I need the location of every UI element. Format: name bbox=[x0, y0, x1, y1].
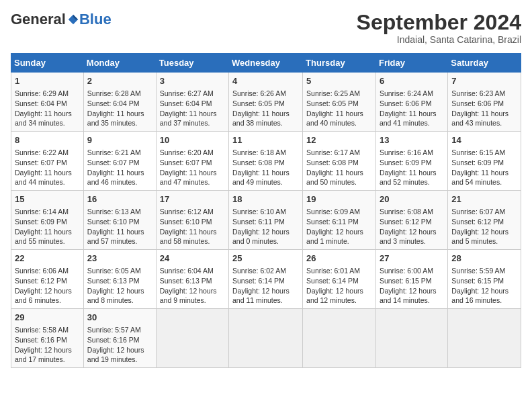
header-day-friday: Friday bbox=[375, 54, 447, 73]
day-number: 6 bbox=[380, 75, 444, 87]
day-number: 25 bbox=[232, 253, 299, 265]
day-number: 8 bbox=[15, 134, 80, 146]
day-number: 10 bbox=[160, 134, 225, 146]
calendar-cell: 10Sunrise: 6:20 AMSunset: 6:07 PMDayligh… bbox=[156, 132, 228, 191]
day-number: 5 bbox=[306, 75, 372, 87]
calendar-cell: 11Sunrise: 6:18 AMSunset: 6:08 PMDayligh… bbox=[229, 132, 303, 191]
calendar-week-row: 1Sunrise: 6:29 AMSunset: 6:04 PMDaylight… bbox=[11, 73, 521, 132]
calendar-cell: 13Sunrise: 6:16 AMSunset: 6:09 PMDayligh… bbox=[375, 132, 447, 191]
calendar-cell bbox=[375, 308, 447, 367]
calendar-cell: 6Sunrise: 6:24 AMSunset: 6:06 PMDaylight… bbox=[375, 73, 447, 132]
day-info: Sunrise: 6:05 AMSunset: 6:13 PMDaylight:… bbox=[87, 266, 152, 306]
day-number: 3 bbox=[160, 75, 225, 87]
day-info: Sunrise: 5:59 AMSunset: 6:15 PMDaylight:… bbox=[451, 266, 517, 306]
calendar-header-row: SundayMondayTuesdayWednesdayThursdayFrid… bbox=[11, 54, 521, 73]
day-info: Sunrise: 6:10 AMSunset: 6:11 PMDaylight:… bbox=[232, 207, 299, 246]
day-number: 11 bbox=[232, 134, 299, 146]
calendar-cell: 25Sunrise: 6:02 AMSunset: 6:14 PMDayligh… bbox=[229, 250, 303, 309]
calendar-cell: 2Sunrise: 6:28 AMSunset: 6:04 PMDaylight… bbox=[83, 73, 156, 132]
day-number: 28 bbox=[451, 253, 517, 265]
calendar-cell: 14Sunrise: 6:15 AMSunset: 6:09 PMDayligh… bbox=[448, 132, 521, 191]
day-info: Sunrise: 6:29 AMSunset: 6:04 PMDaylight:… bbox=[15, 89, 80, 128]
calendar-cell: 12Sunrise: 6:17 AMSunset: 6:08 PMDayligh… bbox=[303, 132, 376, 191]
calendar-cell: 22Sunrise: 6:06 AMSunset: 6:12 PMDayligh… bbox=[11, 250, 84, 309]
calendar-table: SundayMondayTuesdayWednesdayThursdayFrid… bbox=[11, 53, 521, 368]
day-number: 12 bbox=[306, 134, 372, 146]
day-info: Sunrise: 6:25 AMSunset: 6:05 PMDaylight:… bbox=[306, 89, 372, 128]
day-number: 26 bbox=[306, 253, 372, 265]
day-info: Sunrise: 6:12 AMSunset: 6:10 PMDaylight:… bbox=[160, 207, 225, 246]
day-number: 15 bbox=[15, 193, 80, 205]
day-info: Sunrise: 6:27 AMSunset: 6:04 PMDaylight:… bbox=[160, 89, 225, 128]
month-title: September 2024 bbox=[357, 11, 521, 34]
calendar-cell: 19Sunrise: 6:09 AMSunset: 6:11 PMDayligh… bbox=[303, 191, 376, 250]
day-info: Sunrise: 6:07 AMSunset: 6:12 PMDaylight:… bbox=[451, 207, 517, 246]
calendar-cell bbox=[448, 308, 521, 367]
day-info: Sunrise: 6:15 AMSunset: 6:09 PMDaylight:… bbox=[451, 148, 517, 187]
header-day-wednesday: Wednesday bbox=[229, 54, 303, 73]
logo-icon bbox=[67, 13, 79, 26]
logo-general-text: General bbox=[11, 11, 66, 28]
calendar-week-row: 15Sunrise: 6:14 AMSunset: 6:09 PMDayligh… bbox=[11, 191, 521, 250]
day-number: 30 bbox=[87, 312, 152, 324]
calendar-cell: 17Sunrise: 6:12 AMSunset: 6:10 PMDayligh… bbox=[156, 191, 228, 250]
calendar-cell: 29Sunrise: 5:58 AMSunset: 6:16 PMDayligh… bbox=[11, 308, 84, 367]
title-area: September 2024 Indaial, Santa Catarina, … bbox=[357, 11, 521, 45]
day-info: Sunrise: 6:02 AMSunset: 6:14 PMDaylight:… bbox=[232, 266, 299, 306]
day-info: Sunrise: 6:22 AMSunset: 6:07 PMDaylight:… bbox=[15, 148, 80, 187]
calendar-cell: 16Sunrise: 6:13 AMSunset: 6:10 PMDayligh… bbox=[83, 191, 156, 250]
calendar-cell: 15Sunrise: 6:14 AMSunset: 6:09 PMDayligh… bbox=[11, 191, 84, 250]
day-number: 4 bbox=[232, 75, 299, 87]
day-info: Sunrise: 5:58 AMSunset: 6:16 PMDaylight:… bbox=[15, 325, 80, 365]
day-info: Sunrise: 6:20 AMSunset: 6:07 PMDaylight:… bbox=[160, 148, 225, 187]
location-subtitle: Indaial, Santa Catarina, Brazil bbox=[357, 34, 521, 45]
calendar-cell: 23Sunrise: 6:05 AMSunset: 6:13 PMDayligh… bbox=[83, 250, 156, 309]
calendar-week-row: 22Sunrise: 6:06 AMSunset: 6:12 PMDayligh… bbox=[11, 250, 521, 309]
day-info: Sunrise: 6:14 AMSunset: 6:09 PMDaylight:… bbox=[15, 207, 80, 246]
day-number: 18 bbox=[232, 193, 299, 205]
day-number: 27 bbox=[380, 253, 444, 265]
calendar-cell: 1Sunrise: 6:29 AMSunset: 6:04 PMDaylight… bbox=[11, 73, 84, 132]
day-number: 7 bbox=[451, 75, 517, 87]
calendar-cell: 21Sunrise: 6:07 AMSunset: 6:12 PMDayligh… bbox=[448, 191, 521, 250]
day-info: Sunrise: 6:16 AMSunset: 6:09 PMDaylight:… bbox=[380, 148, 444, 187]
day-number: 22 bbox=[15, 253, 80, 265]
logo: General Blue bbox=[11, 11, 112, 28]
day-info: Sunrise: 6:17 AMSunset: 6:08 PMDaylight:… bbox=[306, 148, 372, 187]
day-info: Sunrise: 6:08 AMSunset: 6:12 PMDaylight:… bbox=[380, 207, 444, 246]
day-info: Sunrise: 6:18 AMSunset: 6:08 PMDaylight:… bbox=[232, 148, 299, 187]
day-info: Sunrise: 6:00 AMSunset: 6:15 PMDaylight:… bbox=[380, 266, 444, 306]
day-number: 17 bbox=[160, 193, 225, 205]
day-info: Sunrise: 6:01 AMSunset: 6:14 PMDaylight:… bbox=[306, 266, 372, 306]
calendar-cell bbox=[303, 308, 376, 367]
calendar-cell: 28Sunrise: 5:59 AMSunset: 6:15 PMDayligh… bbox=[448, 250, 521, 309]
calendar-cell bbox=[229, 308, 303, 367]
calendar-week-row: 8Sunrise: 6:22 AMSunset: 6:07 PMDaylight… bbox=[11, 132, 521, 191]
day-number: 9 bbox=[87, 134, 152, 146]
day-number: 16 bbox=[87, 193, 152, 205]
day-info: Sunrise: 6:24 AMSunset: 6:06 PMDaylight:… bbox=[380, 89, 444, 128]
day-info: Sunrise: 6:23 AMSunset: 6:06 PMDaylight:… bbox=[451, 89, 517, 128]
calendar-cell: 26Sunrise: 6:01 AMSunset: 6:14 PMDayligh… bbox=[303, 250, 376, 309]
day-number: 1 bbox=[15, 75, 80, 87]
logo-blue-text: Blue bbox=[79, 11, 112, 28]
calendar-cell: 3Sunrise: 6:27 AMSunset: 6:04 PMDaylight… bbox=[156, 73, 228, 132]
day-info: Sunrise: 6:09 AMSunset: 6:11 PMDaylight:… bbox=[306, 207, 372, 246]
calendar-cell: 8Sunrise: 6:22 AMSunset: 6:07 PMDaylight… bbox=[11, 132, 84, 191]
header-day-monday: Monday bbox=[83, 54, 156, 73]
day-number: 13 bbox=[380, 134, 444, 146]
calendar-cell: 4Sunrise: 6:26 AMSunset: 6:05 PMDaylight… bbox=[229, 73, 303, 132]
day-info: Sunrise: 6:13 AMSunset: 6:10 PMDaylight:… bbox=[87, 207, 152, 246]
header-day-saturday: Saturday bbox=[448, 54, 521, 73]
day-info: Sunrise: 6:04 AMSunset: 6:13 PMDaylight:… bbox=[160, 266, 225, 306]
calendar-cell: 7Sunrise: 6:23 AMSunset: 6:06 PMDaylight… bbox=[448, 73, 521, 132]
day-info: Sunrise: 5:57 AMSunset: 6:16 PMDaylight:… bbox=[87, 325, 152, 365]
day-number: 24 bbox=[160, 253, 225, 265]
day-info: Sunrise: 6:06 AMSunset: 6:12 PMDaylight:… bbox=[15, 266, 80, 306]
day-info: Sunrise: 6:21 AMSunset: 6:07 PMDaylight:… bbox=[87, 148, 152, 187]
day-info: Sunrise: 6:28 AMSunset: 6:04 PMDaylight:… bbox=[87, 89, 152, 128]
calendar-cell: 18Sunrise: 6:10 AMSunset: 6:11 PMDayligh… bbox=[229, 191, 303, 250]
day-number: 2 bbox=[87, 75, 152, 87]
day-number: 14 bbox=[451, 134, 517, 146]
header-day-thursday: Thursday bbox=[303, 54, 376, 73]
